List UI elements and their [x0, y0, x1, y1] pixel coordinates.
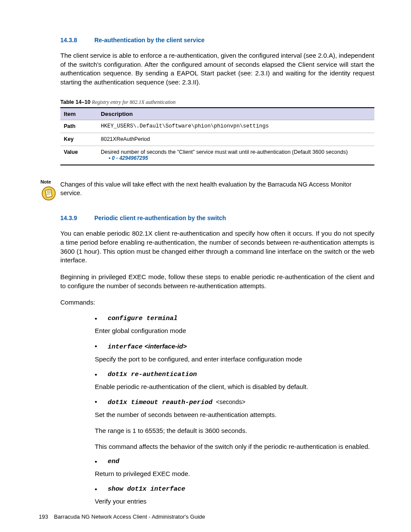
command-item: • configure terminal: [95, 315, 374, 322]
row-key-value: 8021XReAuthPeriod: [97, 133, 374, 146]
page-number: 193: [39, 513, 48, 520]
note-block: Note Changes of this value will take eff…: [39, 180, 374, 198]
commands-label: Commands:: [60, 298, 374, 307]
command-text: configure terminal: [108, 315, 177, 322]
page-footer: 193 Barracuda NG Network Access Client -…: [39, 513, 205, 520]
row-path-value: HKEY_USERS\.Default\Software\phion\phion…: [97, 120, 374, 133]
th-item: Item: [60, 108, 97, 120]
command-text: end: [108, 458, 119, 465]
value-desc-text: Desired number of seconds the "Client" s…: [101, 149, 348, 155]
section-title: Re-authentication by the client service: [94, 37, 205, 44]
command-desc: Verify your entries: [95, 497, 374, 506]
commands-block: • configure terminal Enter global config…: [95, 315, 374, 506]
section-body-1439-p2: Beginning in privileged EXEC mode, follo…: [60, 273, 374, 290]
section-heading-1438: 14.3.8 Re-authentication by the client s…: [60, 37, 374, 44]
row-value-label: Value: [60, 146, 97, 165]
command-desc: Enter global configuration mode: [95, 327, 374, 336]
command-arg: <interface-id>: [144, 342, 187, 350]
command-desc: This command affects the behavior of the…: [95, 442, 374, 451]
row-key-label: Key: [60, 133, 97, 146]
command-item: • dot1x timeout reauth-period <seconds>: [95, 398, 374, 406]
bullet-icon: •: [95, 315, 108, 322]
registry-table: Item Description Path HKEY_USERS\.Defaul…: [60, 107, 374, 165]
command-text: dot1x re-authentication: [108, 371, 197, 378]
command-desc: Specify the port to be configured, and e…: [95, 355, 374, 364]
section-title: Periodic client re-authentication by the…: [94, 215, 226, 221]
command-text: interface: [108, 343, 143, 351]
bullet-icon: •: [95, 485, 108, 493]
command-item: • end: [95, 458, 374, 465]
table-title: Registry entry for 802.1X authentication: [92, 99, 175, 105]
bullet-icon: •: [95, 342, 108, 351]
section-number: 14.3.9: [60, 215, 93, 221]
note-text: Changes of this value will take effect w…: [60, 180, 374, 198]
command-desc: The range is 1 to 65535; the default is …: [95, 426, 374, 436]
command-desc: Return to privileged EXEC mode.: [95, 470, 374, 479]
command-text: dot1x timeout reauth-period: [108, 399, 212, 406]
command-arg: <seconds>: [216, 398, 246, 405]
section-body-1438: The client service is able to enforce a …: [60, 51, 374, 87]
table-14-10: Table 14–10 Registry entry for 802.1X au…: [60, 99, 374, 165]
table-row: Value Desired number of seconds the "Cli…: [60, 146, 374, 165]
table-caption: Table 14–10 Registry entry for 802.1X au…: [60, 99, 374, 106]
table-row: Key 8021XReAuthPeriod: [60, 133, 374, 146]
command-item: • dot1x re-authentication: [95, 371, 374, 378]
section-body-1439-p1: You can enable periodic 802.1X client re…: [60, 229, 374, 265]
document-page: 14.3.8 Re-authentication by the client s…: [0, 0, 411, 532]
row-path-label: Path: [60, 120, 97, 133]
bullet-icon: •: [95, 371, 108, 378]
command-desc: Set the number of seconds between re-aut…: [95, 411, 374, 420]
command-text: show dot1x interface: [108, 485, 185, 493]
section-heading-1439: 14.3.9 Periodic client re-authentication…: [60, 215, 374, 221]
note-icon: [41, 186, 56, 201]
table-row: Path HKEY_USERS\.Default\Software\phion\…: [60, 120, 374, 133]
command-desc: Enable periodic re-authentication of the…: [95, 383, 374, 392]
footer-title: Barracuda NG Network Access Client - Adm…: [54, 513, 205, 520]
section-number: 14.3.8: [60, 37, 93, 44]
table-number: Table 14–10: [60, 99, 90, 105]
command-item: • show dot1x interface: [95, 485, 374, 493]
svg-rect-1: [45, 189, 52, 197]
value-range: 0 - 4294967295: [109, 155, 371, 161]
bullet-icon: •: [95, 458, 108, 465]
note-label: Note: [40, 179, 51, 184]
command-item: • interface <interface-id>: [95, 342, 374, 351]
row-value-desc: Desired number of seconds the "Client" s…: [97, 146, 374, 165]
bullet-icon: •: [95, 398, 108, 406]
th-description: Description: [97, 108, 374, 120]
